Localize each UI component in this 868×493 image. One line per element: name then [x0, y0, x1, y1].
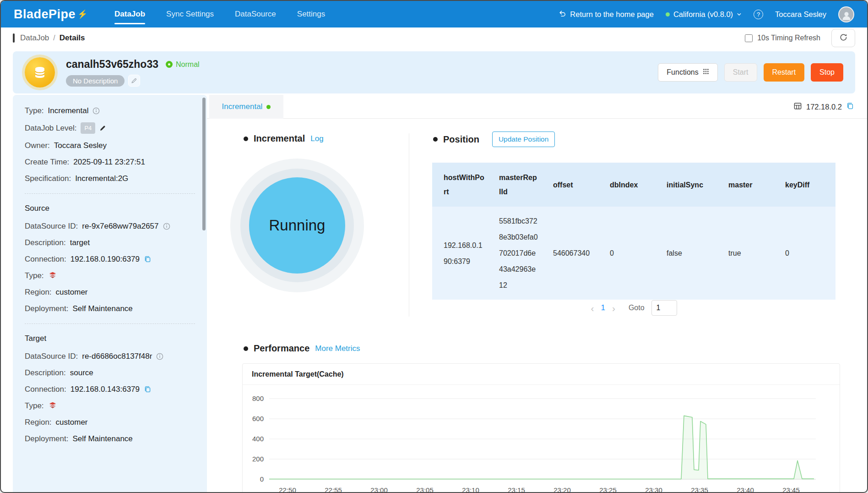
cell-offset: 546067340 [542, 207, 598, 300]
svg-text:23:00: 23:00 [370, 486, 388, 493]
info-icon[interactable] [156, 353, 163, 360]
description-pill: No Description [66, 75, 125, 87]
job-actions: Functions Start Restart Stop [658, 63, 843, 82]
timing-refresh-checkbox[interactable] [745, 34, 753, 42]
prev-page-arrow[interactable]: ‹ [591, 303, 594, 313]
start-button[interactable]: Start [724, 63, 757, 82]
source-row-region: Region: customer [25, 287, 195, 297]
performance-section-header: Performance More Metrics [244, 343, 360, 354]
table-row: 192.168.0.190:6379 5581fbc3728e3b03efa07… [432, 207, 835, 300]
source-row-deployment: Deployment: Self Maintenance [25, 304, 195, 313]
info-row-type: Type: Incremental [25, 106, 195, 115]
info-icon[interactable] [163, 223, 170, 230]
job-name: canalh53v65zho33 [66, 58, 158, 71]
redis-icon [48, 401, 57, 411]
stop-button[interactable]: Stop [811, 63, 843, 82]
current-page[interactable]: 1 [601, 303, 605, 312]
col-header: masterReplId [488, 163, 542, 207]
performance-chart-card: Incremental Target(Cache) 02004006008002… [242, 363, 840, 493]
help-icon[interactable]: ? [754, 10, 763, 19]
source-section-title: Source [25, 204, 195, 213]
table-header-row: hostWithPort masterReplId offset dbIndex… [432, 163, 835, 207]
goto-label: Goto [629, 304, 645, 312]
target-row-region: Region: customer [25, 417, 195, 427]
more-metrics-link[interactable]: More Metrics [315, 344, 360, 353]
running-status-circle: Running [230, 159, 364, 292]
bullet-icon [433, 137, 438, 142]
refresh-button[interactable] [831, 29, 855, 47]
cell-masterreplid: 5581fbc3728e3b03efa0702017d6e43a42963e12 [488, 207, 542, 300]
log-link[interactable]: Log [310, 134, 323, 143]
breadcrumb-row: DataJob / Details 10s Timing Refresh [1, 27, 867, 49]
line-chart: 020040060080022:5022:5523:0023:0523:1023… [243, 389, 840, 493]
worker-ip: 172.18.0.2 [806, 103, 842, 111]
database-icon [25, 57, 55, 88]
chart-title: Incremental Target(Cache) [243, 364, 840, 385]
cell-dbindex: 0 [598, 207, 655, 300]
brand-logo[interactable]: BladePipe⚡ [14, 7, 88, 22]
svg-text:22:55: 22:55 [325, 486, 342, 493]
nav-item-sync-settings[interactable]: Sync Settings [166, 1, 214, 27]
target-row-description: Description: source [25, 368, 195, 378]
redis-icon [48, 271, 57, 280]
copy-icon[interactable] [144, 255, 152, 263]
source-row-type: Type: [25, 271, 195, 280]
job-titles: canalh53v65zho33 Normal No Description [66, 58, 200, 87]
next-page-arrow[interactable]: › [612, 303, 615, 313]
grid-icon [703, 68, 709, 77]
breadcrumb-accent-bar [13, 33, 15, 43]
target-row-deployment: Deployment: Self Maintenance [25, 434, 195, 444]
running-status-text: Running [269, 217, 326, 234]
edit-description-button[interactable] [128, 75, 140, 87]
region-status-dot [666, 12, 670, 16]
timing-refresh-label: 10s Timing Refresh [757, 34, 820, 42]
source-row-description: Description: target [25, 238, 195, 247]
job-header-card: canalh53v65zho33 Normal No Description F… [13, 51, 855, 93]
copy-icon[interactable] [144, 385, 152, 393]
tab-bar: Incremental 172.18.0.2 [207, 95, 867, 119]
divider [25, 193, 195, 194]
status-badge: Normal [166, 60, 200, 69]
col-header: offset [542, 163, 598, 207]
restart-button[interactable]: Restart [764, 63, 805, 82]
cell-hostwithport: 192.168.0.190:6379 [432, 207, 488, 300]
svg-text:600: 600 [252, 415, 264, 422]
nav-item-datasource[interactable]: DataSource [235, 1, 276, 27]
copy-icon[interactable] [846, 102, 854, 112]
top-navbar: BladePipe⚡ DataJob Sync Settings DataSou… [1, 1, 867, 27]
nav-item-settings[interactable]: Settings [297, 1, 325, 27]
tab-incremental[interactable]: Incremental [209, 95, 283, 119]
pagination: ‹ 1 › Goto [432, 300, 835, 316]
info-icon[interactable] [92, 107, 100, 115]
avatar[interactable] [838, 6, 854, 22]
sidebar-scrollbar[interactable] [202, 98, 206, 230]
pencil-icon [131, 77, 137, 84]
chevron-down-icon [737, 10, 742, 19]
navbar-right: Return to the home page California (v0.8… [559, 6, 854, 22]
breadcrumb-parent[interactable]: DataJob [20, 33, 49, 43]
svg-text:0: 0 [260, 475, 264, 483]
breadcrumb-separator: / [53, 34, 55, 42]
info-row-owner: Owner: Toccara Sesley [25, 141, 195, 150]
edit-level-pencil-icon[interactable] [99, 125, 106, 131]
info-row-specification: Specification: Incremental:2G [25, 174, 195, 183]
incremental-section-header: Incremental Log [244, 133, 324, 144]
col-header: dbIndex [598, 163, 655, 207]
svg-text:23:05: 23:05 [416, 486, 434, 493]
region-selector[interactable]: California (v0.8.0) [666, 10, 742, 19]
goto-page-input[interactable] [651, 300, 677, 316]
update-position-button[interactable]: Update Position [492, 131, 555, 147]
svg-text:23:15: 23:15 [508, 486, 525, 493]
info-row-level: DataJob Level: P4 [25, 122, 195, 134]
target-row-type: Type: [25, 401, 195, 411]
user-name[interactable]: Toccara Sesley [775, 10, 826, 19]
target-section-title: Target [25, 334, 195, 343]
nav-item-datajob[interactable]: DataJob [114, 1, 145, 27]
main-nav: DataJob Sync Settings DataSource Setting… [114, 1, 325, 27]
refresh-controls: 10s Timing Refresh [745, 29, 855, 47]
main-content: Incremental 172.18.0.2 Incremental Log [207, 95, 867, 492]
return-home-link[interactable]: Return to the home page [559, 10, 654, 19]
functions-button[interactable]: Functions [658, 63, 717, 82]
lightning-icon: ⚡ [77, 9, 88, 19]
source-row-datasource-id: DataSource ID: re-9x7e68ww79a2657 [25, 221, 195, 231]
